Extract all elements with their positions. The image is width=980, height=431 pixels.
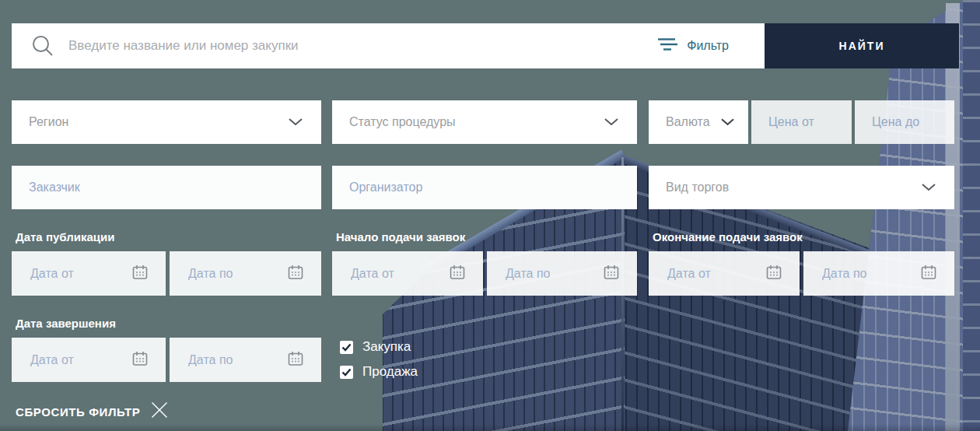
customer-field-box xyxy=(12,166,321,209)
publication-date-to-input[interactable] xyxy=(188,251,269,296)
calendar-icon[interactable] xyxy=(131,350,149,370)
application-start-to xyxy=(487,251,637,296)
completion-date-label: Дата завершения xyxy=(16,317,116,330)
search-bar: Фильтр НАЙТИ xyxy=(12,23,959,68)
reset-filter-label: СБРОСИТЬ ФИЛЬТР xyxy=(16,405,140,419)
purchase-checkbox-row[interactable]: Закупка xyxy=(340,339,411,355)
filter-icon xyxy=(657,37,678,54)
completion-date-from-input[interactable] xyxy=(30,338,113,382)
purchase-checkbox[interactable] xyxy=(340,341,353,354)
application-start-from xyxy=(332,251,483,296)
completion-date-to-input[interactable] xyxy=(188,338,269,382)
sale-checkbox-row[interactable]: Продажа xyxy=(340,364,418,380)
calendar-icon[interactable] xyxy=(287,350,304,370)
region-dropdown[interactable]: Регион xyxy=(12,100,321,144)
chevron-down-icon xyxy=(604,115,618,129)
search-field-area: Фильтр xyxy=(12,23,765,68)
customer-input[interactable] xyxy=(12,166,321,209)
filter-toggle[interactable]: Фильтр xyxy=(657,37,729,54)
filter-label: Фильтр xyxy=(687,39,729,53)
currency-label: Валюта xyxy=(666,115,710,129)
calendar-icon[interactable] xyxy=(603,264,620,284)
price-to-input[interactable] xyxy=(855,100,954,144)
sale-checkbox[interactable] xyxy=(340,366,353,379)
application-end-label: Окончание подачи заявок xyxy=(653,230,803,244)
close-icon xyxy=(151,401,168,422)
completion-date-from xyxy=(12,338,166,382)
chevron-down-icon xyxy=(289,115,303,129)
application-end-from-input[interactable] xyxy=(667,251,748,296)
status-dropdown[interactable]: Статус процедуры xyxy=(332,100,637,144)
calendar-icon[interactable] xyxy=(449,264,466,284)
calendar-icon[interactable] xyxy=(287,264,304,284)
sale-checkbox-label: Продажа xyxy=(362,364,418,380)
chevron-down-icon xyxy=(721,115,734,129)
trade-type-placeholder: Вид торгов xyxy=(666,180,729,194)
application-start-to-input[interactable] xyxy=(506,251,586,296)
publication-date-label: Дата публикации xyxy=(16,230,114,244)
calendar-icon[interactable] xyxy=(765,264,782,284)
publication-date-from xyxy=(12,251,166,296)
publication-date-from-input[interactable] xyxy=(30,251,113,296)
purchase-checkbox-label: Закупка xyxy=(362,339,411,355)
procurement-search-page: Фильтр НАЙТИ Регион Статус процедуры xyxy=(0,0,980,431)
currency-dropdown[interactable]: Валюта xyxy=(649,100,748,144)
completion-date-to xyxy=(170,338,321,382)
application-start-from-input[interactable] xyxy=(351,251,432,296)
search-icon xyxy=(31,34,54,58)
organizer-input[interactable] xyxy=(332,166,637,209)
calendar-icon[interactable] xyxy=(920,264,937,284)
price-to-field-box xyxy=(855,100,954,144)
price-from-input[interactable] xyxy=(751,100,852,144)
application-end-to-input[interactable] xyxy=(822,251,903,296)
publication-date-to xyxy=(170,251,321,296)
trade-type-dropdown[interactable]: Вид торгов xyxy=(649,166,954,209)
search-input[interactable] xyxy=(67,23,657,69)
application-end-from xyxy=(649,251,800,296)
find-button[interactable]: НАЙТИ xyxy=(765,23,959,68)
status-placeholder: Статус процедуры xyxy=(349,115,456,129)
reset-filter-button[interactable]: СБРОСИТЬ ФИЛЬТР xyxy=(16,401,168,422)
application-end-to xyxy=(803,251,954,296)
application-start-label: Начало подачи заявок xyxy=(336,230,465,244)
chevron-down-icon xyxy=(922,180,936,194)
price-from-field-box xyxy=(751,100,852,144)
organizer-field-box xyxy=(332,166,637,209)
region-placeholder: Регион xyxy=(29,115,68,129)
calendar-icon[interactable] xyxy=(131,264,149,284)
